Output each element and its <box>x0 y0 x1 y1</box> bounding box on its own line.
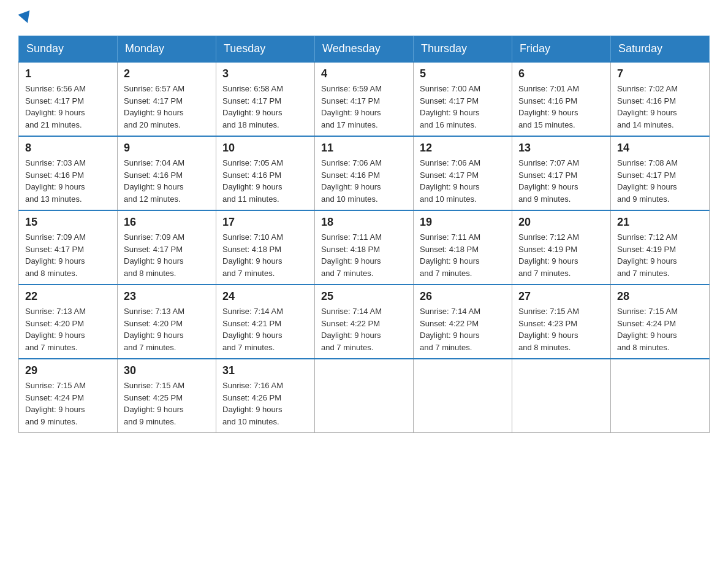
day-number: 5 <box>420 67 506 80</box>
day-number: 17 <box>222 216 308 229</box>
calendar-cell: 3Sunrise: 6:58 AMSunset: 4:17 PMDaylight… <box>216 62 315 136</box>
calendar-cell: 20Sunrise: 7:12 AMSunset: 4:19 PMDayligh… <box>512 210 611 285</box>
day-info: Sunrise: 6:58 AMSunset: 4:17 PMDaylight:… <box>222 83 308 131</box>
day-number: 14 <box>617 142 703 155</box>
calendar-table: SundayMondayTuesdayWednesdayThursdayFrid… <box>18 36 710 433</box>
calendar-cell: 9Sunrise: 7:04 AMSunset: 4:16 PMDaylight… <box>118 136 216 210</box>
calendar-cell: 5Sunrise: 7:00 AMSunset: 4:17 PMDaylight… <box>414 62 512 136</box>
logo-triangle-icon <box>18 10 34 25</box>
calendar-cell: 26Sunrise: 7:14 AMSunset: 4:22 PMDayligh… <box>414 285 512 359</box>
day-info: Sunrise: 7:06 AMSunset: 4:16 PMDaylight:… <box>321 157 407 205</box>
calendar-cell: 30Sunrise: 7:15 AMSunset: 4:25 PMDayligh… <box>118 359 216 433</box>
day-info: Sunrise: 7:14 AMSunset: 4:22 PMDaylight:… <box>321 305 407 353</box>
day-number: 1 <box>25 67 111 80</box>
day-info: Sunrise: 7:11 AMSunset: 4:18 PMDaylight:… <box>420 231 506 279</box>
day-info: Sunrise: 7:05 AMSunset: 4:16 PMDaylight:… <box>222 157 308 205</box>
calendar-cell: 13Sunrise: 7:07 AMSunset: 4:17 PMDayligh… <box>512 136 611 210</box>
day-number: 21 <box>617 216 703 229</box>
calendar-cell: 6Sunrise: 7:01 AMSunset: 4:16 PMDaylight… <box>512 62 611 136</box>
day-number: 30 <box>124 364 210 377</box>
day-number: 27 <box>518 290 604 303</box>
day-info: Sunrise: 6:59 AMSunset: 4:17 PMDaylight:… <box>321 83 407 131</box>
day-number: 7 <box>617 67 703 80</box>
day-number: 11 <box>321 142 407 155</box>
day-info: Sunrise: 7:16 AMSunset: 4:26 PMDaylight:… <box>222 380 308 427</box>
week-row-2: 8Sunrise: 7:03 AMSunset: 4:16 PMDaylight… <box>19 136 710 210</box>
calendar-cell: 19Sunrise: 7:11 AMSunset: 4:18 PMDayligh… <box>414 210 512 285</box>
day-number: 9 <box>124 142 210 155</box>
day-info: Sunrise: 7:13 AMSunset: 4:20 PMDaylight:… <box>25 305 111 353</box>
day-number: 16 <box>124 216 210 229</box>
calendar-cell <box>611 359 710 433</box>
day-info: Sunrise: 7:09 AMSunset: 4:17 PMDaylight:… <box>124 231 210 279</box>
day-info: Sunrise: 7:14 AMSunset: 4:21 PMDaylight:… <box>222 305 308 353</box>
calendar-cell: 14Sunrise: 7:08 AMSunset: 4:17 PMDayligh… <box>611 136 710 210</box>
header-saturday: Saturday <box>611 36 710 63</box>
calendar-cell: 15Sunrise: 7:09 AMSunset: 4:17 PMDayligh… <box>19 210 118 285</box>
calendar-cell: 7Sunrise: 7:02 AMSunset: 4:16 PMDaylight… <box>611 62 710 136</box>
header-wednesday: Wednesday <box>315 36 414 63</box>
day-number: 29 <box>25 364 111 377</box>
day-info: Sunrise: 7:12 AMSunset: 4:19 PMDaylight:… <box>518 231 604 279</box>
day-number: 12 <box>420 142 506 155</box>
day-info: Sunrise: 7:13 AMSunset: 4:20 PMDaylight:… <box>124 305 210 353</box>
day-number: 4 <box>321 67 407 80</box>
calendar-cell: 28Sunrise: 7:15 AMSunset: 4:24 PMDayligh… <box>611 285 710 359</box>
day-info: Sunrise: 7:09 AMSunset: 4:17 PMDaylight:… <box>25 231 111 279</box>
header-tuesday: Tuesday <box>216 36 315 63</box>
day-info: Sunrise: 7:10 AMSunset: 4:18 PMDaylight:… <box>222 231 308 279</box>
day-info: Sunrise: 7:08 AMSunset: 4:17 PMDaylight:… <box>617 157 703 205</box>
calendar-cell: 23Sunrise: 7:13 AMSunset: 4:20 PMDayligh… <box>118 285 216 359</box>
calendar-cell: 17Sunrise: 7:10 AMSunset: 4:18 PMDayligh… <box>216 210 315 285</box>
day-number: 8 <box>25 142 111 155</box>
calendar-cell: 2Sunrise: 6:57 AMSunset: 4:17 PMDaylight… <box>118 62 216 136</box>
calendar-cell: 21Sunrise: 7:12 AMSunset: 4:19 PMDayligh… <box>611 210 710 285</box>
day-number: 26 <box>420 290 506 303</box>
day-info: Sunrise: 6:56 AMSunset: 4:17 PMDaylight:… <box>25 83 111 131</box>
calendar-cell <box>315 359 414 433</box>
day-info: Sunrise: 7:04 AMSunset: 4:16 PMDaylight:… <box>124 157 210 205</box>
day-number: 15 <box>25 216 111 229</box>
day-info: Sunrise: 7:06 AMSunset: 4:17 PMDaylight:… <box>420 157 506 205</box>
calendar-cell <box>414 359 512 433</box>
day-number: 25 <box>321 290 407 303</box>
calendar-cell: 31Sunrise: 7:16 AMSunset: 4:26 PMDayligh… <box>216 359 315 433</box>
calendar-cell: 24Sunrise: 7:14 AMSunset: 4:21 PMDayligh… <box>216 285 315 359</box>
calendar-cell: 11Sunrise: 7:06 AMSunset: 4:16 PMDayligh… <box>315 136 414 210</box>
day-info: Sunrise: 7:02 AMSunset: 4:16 PMDaylight:… <box>617 83 703 131</box>
day-number: 2 <box>124 67 210 80</box>
calendar-cell: 1Sunrise: 6:56 AMSunset: 4:17 PMDaylight… <box>19 62 118 136</box>
day-info: Sunrise: 7:15 AMSunset: 4:25 PMDaylight:… <box>124 380 210 427</box>
calendar-cell <box>512 359 611 433</box>
calendar-cell: 18Sunrise: 7:11 AMSunset: 4:18 PMDayligh… <box>315 210 414 285</box>
calendar-cell: 25Sunrise: 7:14 AMSunset: 4:22 PMDayligh… <box>315 285 414 359</box>
calendar-cell: 16Sunrise: 7:09 AMSunset: 4:17 PMDayligh… <box>118 210 216 285</box>
day-info: Sunrise: 6:57 AMSunset: 4:17 PMDaylight:… <box>124 83 210 131</box>
week-row-4: 22Sunrise: 7:13 AMSunset: 4:20 PMDayligh… <box>19 285 710 359</box>
header-monday: Monday <box>118 36 216 63</box>
day-number: 19 <box>420 216 506 229</box>
day-info: Sunrise: 7:11 AMSunset: 4:18 PMDaylight:… <box>321 231 407 279</box>
day-number: 13 <box>518 142 604 155</box>
page-header <box>18 12 710 23</box>
calendar-cell: 27Sunrise: 7:15 AMSunset: 4:23 PMDayligh… <box>512 285 611 359</box>
day-number: 23 <box>124 290 210 303</box>
calendar-cell: 8Sunrise: 7:03 AMSunset: 4:16 PMDaylight… <box>19 136 118 210</box>
week-row-5: 29Sunrise: 7:15 AMSunset: 4:24 PMDayligh… <box>19 359 710 433</box>
week-row-1: 1Sunrise: 6:56 AMSunset: 4:17 PMDaylight… <box>19 62 710 136</box>
day-info: Sunrise: 7:03 AMSunset: 4:16 PMDaylight:… <box>25 157 111 205</box>
day-info: Sunrise: 7:15 AMSunset: 4:23 PMDaylight:… <box>518 305 604 353</box>
day-info: Sunrise: 7:14 AMSunset: 4:22 PMDaylight:… <box>420 305 506 353</box>
day-number: 22 <box>25 290 111 303</box>
day-number: 24 <box>222 290 308 303</box>
day-info: Sunrise: 7:15 AMSunset: 4:24 PMDaylight:… <box>25 380 111 427</box>
day-info: Sunrise: 7:00 AMSunset: 4:17 PMDaylight:… <box>420 83 506 131</box>
day-number: 3 <box>222 67 308 80</box>
header-thursday: Thursday <box>414 36 512 63</box>
week-row-3: 15Sunrise: 7:09 AMSunset: 4:17 PMDayligh… <box>19 210 710 285</box>
calendar-cell: 10Sunrise: 7:05 AMSunset: 4:16 PMDayligh… <box>216 136 315 210</box>
day-info: Sunrise: 7:07 AMSunset: 4:17 PMDaylight:… <box>518 157 604 205</box>
day-number: 10 <box>222 142 308 155</box>
calendar-cell: 22Sunrise: 7:13 AMSunset: 4:20 PMDayligh… <box>19 285 118 359</box>
day-info: Sunrise: 7:12 AMSunset: 4:19 PMDaylight:… <box>617 231 703 279</box>
